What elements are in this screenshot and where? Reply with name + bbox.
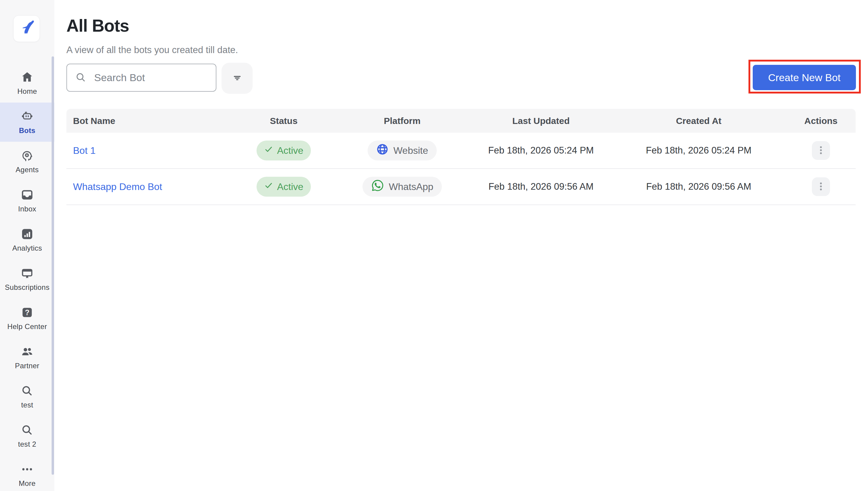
- status-badge: Active: [256, 177, 311, 197]
- created-at-cell: Feb 18th, 2026 05:24 PM: [611, 145, 786, 156]
- platform-badge: Website: [368, 141, 437, 161]
- analytics-icon: [20, 227, 34, 241]
- status-label: Active: [277, 181, 303, 193]
- sidebar-nav: Home Bots: [0, 63, 54, 491]
- kebab-icon: [819, 181, 823, 192]
- status-label: Active: [277, 145, 303, 156]
- sidebar-item-inbox[interactable]: Inbox: [0, 181, 54, 220]
- sidebar-item-subscriptions[interactable]: Subscriptions: [0, 259, 54, 298]
- svg-text:?: ?: [25, 308, 29, 317]
- column-header-bot-name: Bot Name: [66, 116, 234, 126]
- sidebar-scrollbar[interactable]: [52, 56, 54, 475]
- last-updated-cell: Feb 18th, 2026 05:24 PM: [471, 145, 611, 156]
- sidebar-item-agents[interactable]: Agents: [0, 142, 54, 181]
- page-title: All Bots: [66, 16, 129, 36]
- penguin-logo-icon: [18, 20, 35, 38]
- row-actions-button[interactable]: [812, 177, 830, 196]
- sidebar-item-label: Home: [17, 87, 37, 96]
- sidebar-item-bots[interactable]: Bots: [0, 103, 54, 142]
- more-icon: [20, 462, 34, 476]
- sidebar-item-label: Subscriptions: [5, 283, 50, 292]
- table-row: Bot 1 Active: [66, 133, 856, 169]
- sidebar-item-partner[interactable]: Partner: [0, 338, 54, 377]
- create-new-bot-button[interactable]: Create New Bot: [753, 65, 856, 90]
- inbox-icon: [20, 188, 34, 202]
- agent-head-icon: [20, 149, 34, 163]
- sidebar-item-help-center[interactable]: ? Help Center: [0, 298, 54, 338]
- search-icon: [20, 384, 34, 398]
- check-icon: [264, 181, 273, 193]
- table-header: Bot Name Status Platform Last Updated Cr…: [66, 109, 856, 133]
- sidebar-item-label: Bots: [19, 126, 36, 135]
- column-header-created-at: Created At: [611, 116, 786, 126]
- home-icon: [20, 70, 34, 84]
- sidebar-item-test[interactable]: test: [0, 377, 54, 416]
- sidebar-item-label: Help Center: [7, 322, 47, 331]
- search-icon: [75, 71, 86, 84]
- sidebar-item-test-2[interactable]: test 2: [0, 416, 54, 455]
- last-updated-cell: Feb 18th, 2026 09:56 AM: [471, 181, 611, 192]
- subscriptions-icon: [20, 266, 34, 280]
- page-subtitle: A view of all the bots you created till …: [66, 45, 238, 56]
- column-header-platform: Platform: [334, 116, 471, 126]
- search-icon: [20, 423, 34, 437]
- sidebar-item-label: test: [21, 401, 33, 409]
- search-input[interactable]: [94, 72, 208, 84]
- sidebar-item-label: Partner: [15, 362, 39, 370]
- platform-label: Website: [393, 145, 428, 156]
- sidebar-item-home[interactable]: Home: [0, 63, 54, 103]
- sidebar-item-more[interactable]: More: [0, 455, 54, 491]
- table-row: Whatsapp Demo Bot Active: [66, 169, 856, 205]
- status-badge: Active: [256, 141, 311, 161]
- platform-badge: WhatsApp: [362, 177, 442, 197]
- app-root: Home Bots: [0, 0, 868, 491]
- sidebar-item-label: Agents: [16, 166, 39, 174]
- sidebar: Home Bots: [0, 0, 54, 491]
- check-icon: [264, 145, 273, 156]
- robot-icon: [20, 110, 34, 123]
- search-box: [66, 64, 216, 92]
- column-header-status: Status: [234, 116, 334, 126]
- created-at-cell: Feb 18th, 2026 09:56 AM: [611, 181, 786, 192]
- partner-icon: [20, 345, 34, 358]
- row-actions-button[interactable]: [812, 141, 830, 160]
- filter-button[interactable]: [222, 63, 253, 94]
- app-logo[interactable]: [13, 16, 40, 42]
- column-header-actions: Actions: [786, 116, 856, 126]
- sidebar-item-label: Inbox: [18, 205, 36, 213]
- whatsapp-icon: [371, 179, 384, 195]
- sidebar-item-label: Analytics: [12, 244, 42, 253]
- column-header-last-updated: Last Updated: [471, 116, 611, 126]
- platform-label: WhatsApp: [389, 181, 433, 193]
- bots-table: Bot Name Status Platform Last Updated Cr…: [66, 109, 856, 205]
- bot-name-link[interactable]: Bot 1: [66, 145, 234, 156]
- sidebar-item-label: More: [19, 479, 36, 488]
- kebab-icon: [819, 145, 823, 156]
- sidebar-item-label: test 2: [18, 440, 36, 449]
- filter-icon: [230, 71, 244, 86]
- sidebar-item-analytics[interactable]: Analytics: [0, 220, 54, 259]
- bot-name-link[interactable]: Whatsapp Demo Bot: [66, 181, 234, 193]
- globe-icon: [376, 143, 389, 158]
- help-icon: ?: [20, 306, 34, 319]
